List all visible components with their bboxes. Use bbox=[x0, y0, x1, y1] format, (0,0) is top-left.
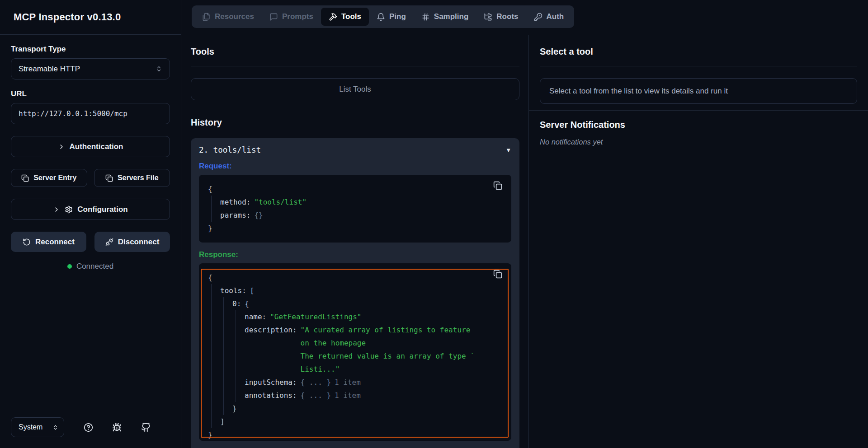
nav-row: Resources Prompts Tools bbox=[181, 0, 868, 28]
transport-select-value: Streamable HTTP bbox=[19, 65, 80, 74]
select-tool-title: Select a tool bbox=[540, 47, 857, 57]
footer-icons bbox=[64, 422, 170, 432]
tab-tools[interactable]: Tools bbox=[321, 8, 369, 26]
server-entry-label: Server Entry bbox=[33, 174, 76, 182]
help-icon[interactable] bbox=[84, 423, 93, 432]
code-indent-block: name:"GetFeaturedListings" description: … bbox=[236, 310, 502, 402]
chevrons-up-down-icon bbox=[52, 425, 58, 430]
tab-resources[interactable]: Resources bbox=[194, 8, 262, 26]
rotate-ccw-icon bbox=[23, 238, 31, 246]
theme-select[interactable]: System bbox=[11, 417, 64, 437]
code-line: } bbox=[232, 402, 502, 415]
sidebar-footer: System bbox=[0, 409, 181, 448]
url-input[interactable]: http://127.0.0.1:5000/mcp bbox=[11, 103, 170, 124]
code-indent-block: method:"tools/list" params:{} bbox=[211, 196, 502, 222]
servers-file-label: Servers File bbox=[118, 174, 159, 182]
code-line: tools:[ bbox=[220, 284, 502, 297]
history-entry: 2. tools/list ▼ Request: { method:"tools… bbox=[191, 138, 519, 448]
reconnect-button[interactable]: Reconnect bbox=[11, 232, 86, 252]
transport-select[interactable]: Streamable HTTP bbox=[11, 58, 170, 79]
copy-response-button[interactable] bbox=[493, 270, 502, 279]
code-line: name:"GetFeaturedListings" bbox=[245, 310, 502, 323]
unplug-icon bbox=[105, 238, 113, 246]
chevron-right-icon bbox=[53, 206, 60, 213]
server-notifications-title: Server Notifications bbox=[540, 120, 857, 130]
hammer-icon bbox=[329, 13, 337, 21]
key-icon bbox=[534, 13, 542, 21]
server-entry-button[interactable]: Server Entry bbox=[11, 169, 87, 187]
tab-ping[interactable]: Ping bbox=[369, 8, 414, 26]
bug-icon[interactable] bbox=[112, 423, 122, 432]
tab-auth[interactable]: Auth bbox=[526, 8, 572, 26]
tab-prompts[interactable]: Prompts bbox=[262, 8, 321, 26]
app-title: MCP Inspector v0.13.0 bbox=[14, 11, 167, 23]
tool-placeholder-box: Select a tool from the list to view its … bbox=[540, 78, 857, 104]
copy-icon bbox=[21, 174, 29, 182]
status-label: Connected bbox=[76, 262, 113, 271]
select-tool-header: Select a tool bbox=[540, 35, 857, 66]
nav-tabs: Resources Prompts Tools bbox=[192, 5, 574, 28]
authentication-button[interactable]: Authentication bbox=[11, 136, 170, 157]
tab-label: Roots bbox=[496, 12, 518, 21]
code-line: } bbox=[208, 428, 502, 441]
sidebar-body: Transport Type Streamable HTTP URL http:… bbox=[0, 35, 181, 409]
configuration-label: Configuration bbox=[77, 205, 127, 214]
description-string: "A curated array of listings to feature … bbox=[301, 323, 475, 376]
authentication-label: Authentication bbox=[70, 142, 123, 151]
copy-icon bbox=[493, 181, 502, 190]
sidebar: MCP Inspector v0.13.0 Transport Type Str… bbox=[0, 0, 181, 448]
chevrons-up-down-icon bbox=[156, 65, 162, 72]
tab-label: Tools bbox=[341, 12, 361, 21]
tab-sampling[interactable]: Sampling bbox=[414, 8, 476, 26]
code-line: ] bbox=[220, 415, 502, 428]
tab-label: Ping bbox=[389, 12, 406, 21]
chevron-right-icon bbox=[58, 143, 65, 150]
code-indent-block: 0:{ name:"GetFeaturedListings" descripti… bbox=[223, 297, 502, 415]
center-column: Tools List Tools History 2. tools/list ▼… bbox=[181, 35, 529, 448]
code-line: } bbox=[208, 222, 502, 235]
github-icon[interactable] bbox=[141, 422, 151, 432]
sidebar-header: MCP Inspector v0.13.0 bbox=[0, 0, 181, 35]
message-square-icon bbox=[269, 13, 278, 21]
configuration-button[interactable]: Configuration bbox=[11, 199, 170, 220]
tab-label: Prompts bbox=[282, 12, 313, 21]
code-line: 0:{ bbox=[232, 297, 502, 310]
code-line: method:"tools/list" bbox=[220, 196, 502, 209]
code-line: { bbox=[208, 271, 502, 284]
history-entry-header[interactable]: 2. tools/list ▼ bbox=[199, 145, 511, 154]
tab-label: Auth bbox=[547, 12, 564, 21]
history-entry-title: 2. tools/list bbox=[199, 145, 261, 154]
connection-status: Connected bbox=[11, 262, 170, 271]
disconnect-label: Disconnect bbox=[118, 238, 160, 247]
hash-icon bbox=[421, 13, 430, 21]
theme-select-value: System bbox=[19, 423, 42, 431]
tab-label: Resources bbox=[215, 12, 254, 21]
tools-pane-header: Tools bbox=[191, 35, 519, 66]
content: Tools List Tools History 2. tools/list ▼… bbox=[181, 35, 868, 448]
tools-title: Tools bbox=[191, 47, 519, 57]
response-label: Response: bbox=[199, 250, 511, 259]
server-notifications-section: Server Notifications No notifications ye… bbox=[529, 110, 868, 155]
code-line: inputSchema:{ ... }1 item bbox=[245, 376, 502, 389]
copy-icon bbox=[105, 174, 113, 182]
connection-buttons-row: Reconnect Disconnect bbox=[11, 232, 170, 252]
tab-roots[interactable]: Roots bbox=[476, 8, 526, 26]
transport-type-label: Transport Type bbox=[11, 45, 170, 54]
servers-file-button[interactable]: Servers File bbox=[94, 169, 170, 187]
files-icon bbox=[202, 13, 211, 21]
request-code-block: { method:"tools/list" params:{} } bbox=[199, 175, 511, 243]
disconnect-button[interactable]: Disconnect bbox=[94, 232, 170, 252]
tab-label: Sampling bbox=[434, 12, 469, 21]
request-label: Request: bbox=[199, 162, 511, 171]
notifications-empty-text: No notifications yet bbox=[540, 138, 857, 146]
folder-tree-icon bbox=[484, 13, 492, 21]
code-line: description: "A curated array of listing… bbox=[245, 323, 502, 376]
list-tools-button[interactable]: List Tools bbox=[191, 78, 519, 100]
code-line: params:{} bbox=[220, 209, 502, 222]
collapse-triangle-icon[interactable]: ▼ bbox=[505, 147, 511, 154]
copy-request-button[interactable] bbox=[493, 181, 502, 190]
reconnect-label: Reconnect bbox=[35, 238, 75, 247]
right-column: Select a tool Select a tool from the lis… bbox=[529, 35, 868, 448]
code-line: { bbox=[208, 182, 502, 196]
main-area: Resources Prompts Tools bbox=[181, 0, 868, 448]
